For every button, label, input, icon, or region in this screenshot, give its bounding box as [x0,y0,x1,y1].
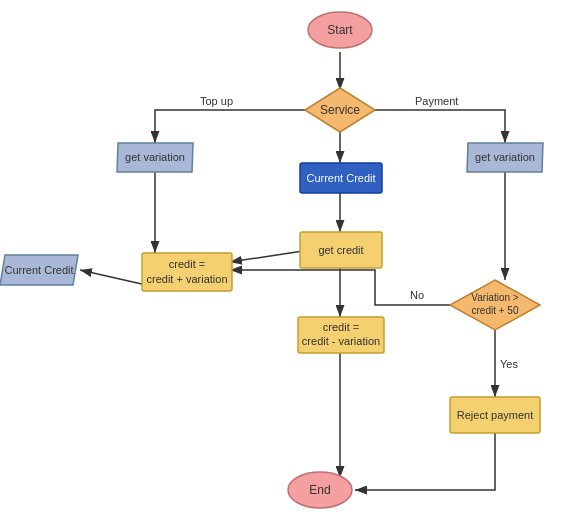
arrow-getcredit-creditadd [230,250,310,262]
get-credit-label: get credit [318,244,363,256]
arrow-varcheck-no [230,270,465,305]
arrow-service-getvar-left [155,110,310,143]
label-topup: Top up [200,95,233,107]
variation-check-label-2: credit + 50 [472,305,519,316]
start-label: Start [327,23,353,37]
label-payment: Payment [415,95,458,107]
arrow-reject-end [355,433,495,490]
get-variation-left-label: get variation [125,151,185,163]
credit-add-label-2: credit + variation [146,273,227,285]
get-variation-right-label: get variation [475,151,535,163]
end-label: End [309,483,330,497]
arrow-service-getvar-right [370,110,505,143]
credit-sub-label-2: credit - variation [302,335,380,347]
service-label: Service [320,103,360,117]
reject-payment-label: Reject payment [457,409,533,421]
variation-check-label-1: Variation > [471,292,519,303]
label-no: No [410,289,424,301]
current-credit-left-label: Current Credit [4,264,73,276]
label-yes: Yes [500,358,518,370]
credit-sub-label-1: credit = [323,321,359,333]
current-credit-top-label: Current Credit [306,172,375,184]
credit-add-label-1: credit = [169,258,205,270]
